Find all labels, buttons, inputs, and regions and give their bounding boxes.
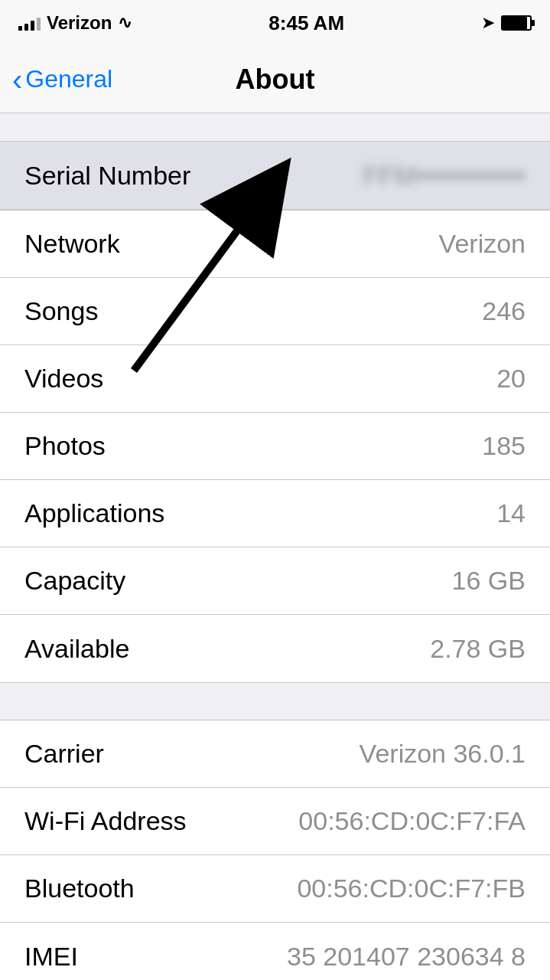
back-button[interactable]: ‹ General xyxy=(12,64,112,95)
table-row: Bluetooth 00:56:CD:0C:F7:FB xyxy=(0,855,550,923)
photos-value: 185 xyxy=(482,431,526,461)
imei-value: 35 201407 230634 8 xyxy=(287,942,526,972)
serial-table: Serial Number FFM•••••••••••• xyxy=(0,141,550,210)
capacity-value: 16 GB xyxy=(452,566,526,596)
status-bar: Verizon ∿ 8:45 AM ➤ xyxy=(0,0,550,46)
songs-label: Songs xyxy=(24,296,98,326)
table-row: Wi-Fi Address 00:56:CD:0C:F7:FA xyxy=(0,788,550,855)
wifi-address-value: 00:56:CD:0C:F7:FA xyxy=(298,806,526,836)
table-row: Applications 14 xyxy=(0,480,550,547)
bluetooth-label: Bluetooth xyxy=(24,874,135,903)
table-row: Songs 246 xyxy=(0,278,550,345)
videos-label: Videos xyxy=(24,364,103,394)
available-label: Available xyxy=(24,634,129,664)
table-row: Capacity 16 GB xyxy=(0,547,550,615)
page: Verizon ∿ 8:45 AM ➤ ‹ General About Seri… xyxy=(0,0,550,980)
wifi-icon: ∿ xyxy=(118,13,132,33)
table-row: Carrier Verizon 36.0.1 xyxy=(0,720,550,788)
carrier-label: Carrier xyxy=(24,739,104,769)
capacity-label: Capacity xyxy=(24,566,125,596)
chevron-left-icon: ‹ xyxy=(12,64,22,95)
applications-value: 14 xyxy=(496,498,526,528)
status-right: ➤ xyxy=(481,13,532,33)
table-row: Available 2.78 GB xyxy=(0,615,550,682)
table-row: Serial Number FFM•••••••••••• xyxy=(0,142,550,209)
network-value: Verizon xyxy=(439,229,526,259)
available-value: 2.78 GB xyxy=(430,634,526,664)
section-gap-middle xyxy=(0,683,550,720)
back-label: General xyxy=(25,65,112,93)
serial-section: Serial Number FFM•••••••••••• xyxy=(0,141,550,210)
location-icon: ➤ xyxy=(481,13,495,33)
serial-number-value: FFM•••••••••••• xyxy=(363,161,526,191)
table-row: IMEI 35 201407 230634 8 xyxy=(0,923,550,980)
page-title: About xyxy=(236,64,315,96)
carrier-label: Verizon xyxy=(47,12,112,34)
bluetooth-value: 00:56:CD:0C:F7:FB xyxy=(297,874,526,903)
battery-icon xyxy=(501,15,532,31)
videos-value: 20 xyxy=(496,364,526,394)
table-row: Network Verizon xyxy=(0,211,550,278)
time-display: 8:45 AM xyxy=(268,11,344,35)
carrier-value: Verizon 36.0.1 xyxy=(360,739,526,769)
table-row: Photos 185 xyxy=(0,413,550,480)
imei-label: IMEI xyxy=(24,942,78,972)
navigation-header: ‹ General About xyxy=(0,46,550,113)
photos-label: Photos xyxy=(24,431,106,461)
main-table: Network Verizon Songs 246 Videos 20 Phot… xyxy=(0,210,550,683)
wifi-address-label: Wi-Fi Address xyxy=(24,806,187,836)
serial-number-label: Serial Number xyxy=(24,161,190,191)
section-gap-top xyxy=(0,113,550,141)
signal-bars-icon xyxy=(18,15,41,31)
secondary-table: Carrier Verizon 36.0.1 Wi-Fi Address 00:… xyxy=(0,720,550,980)
status-left: Verizon ∿ xyxy=(18,12,132,34)
table-row: Videos 20 xyxy=(0,345,550,413)
applications-label: Applications xyxy=(24,498,164,528)
songs-value: 246 xyxy=(482,296,526,326)
network-label: Network xyxy=(24,229,120,259)
